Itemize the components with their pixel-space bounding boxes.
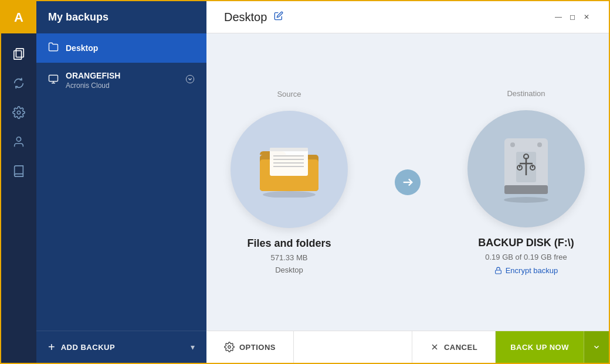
svg-rect-30 — [504, 185, 548, 194]
svg-point-8 — [263, 191, 316, 198]
footer-spacer — [294, 331, 412, 363]
arrow-circle — [395, 169, 421, 195]
sidebar-item-desktop[interactable]: Desktop — [36, 33, 206, 63]
source-label: Source — [277, 90, 301, 98]
rail-icon-sync[interactable] — [1, 69, 36, 98]
sidebar-item-desktop-label: Desktop — [66, 43, 98, 53]
content-footer: OPTIONS CANCEL BACK UP NOW — [206, 331, 609, 363]
source-section: Source — [231, 90, 348, 274]
sidebar-item-orangefish-sub: ORANGEFISH Acronis Cloud — [66, 71, 120, 90]
sidebar-item-orangefish-label: ORANGEFISH — [66, 71, 120, 80]
rail-icon-tools[interactable] — [1, 98, 36, 127]
svg-rect-4 — [49, 75, 58, 81]
close-button[interactable]: ✕ — [582, 12, 591, 22]
source-circle[interactable] — [231, 111, 348, 228]
icon-rail: A — [1, 1, 36, 363]
monitor-icon — [48, 74, 59, 87]
options-button[interactable]: OPTIONS — [206, 331, 294, 363]
sidebar-add-backup[interactable]: + ADD BACKUP ▾ — [36, 331, 206, 363]
dropdown-arrow-icon: ▾ — [191, 342, 195, 352]
svg-rect-31 — [495, 270, 501, 274]
destination-section: Destination — [467, 89, 585, 275]
options-label: OPTIONS — [239, 343, 276, 352]
svg-rect-12 — [270, 148, 308, 151]
plus-icon: + — [48, 341, 55, 354]
sidebar-header: My backups — [36, 1, 206, 33]
destination-name: BACKUP DISK (F:\) — [478, 237, 574, 249]
svg-point-3 — [16, 137, 21, 141]
sidebar-item-orangefish-subtitle: Acronis Cloud — [66, 81, 120, 90]
svg-point-21 — [537, 142, 542, 147]
rail-icon-account[interactable] — [1, 127, 36, 157]
destination-label: Destination — [507, 89, 545, 98]
sidebar-items: Desktop ORANGEFISH Acronis Cloud — [36, 33, 206, 331]
app-logo: A — [1, 1, 36, 33]
destination-size: 0.19 GB of 0.19 GB free — [485, 253, 567, 261]
chevron-down-icon — [185, 74, 195, 86]
backup-content: Source — [206, 33, 609, 331]
svg-point-18 — [504, 197, 548, 203]
restore-button[interactable]: ◻ — [568, 12, 577, 22]
folder-icon — [48, 42, 59, 55]
encrypt-link[interactable]: Encrypt backup — [494, 266, 558, 275]
svg-point-7 — [186, 75, 194, 83]
content-area: Desktop — ◻ ✕ Source — [206, 1, 609, 363]
svg-rect-0 — [14, 51, 22, 60]
main-layout: A — [1, 1, 609, 363]
source-size: 571.33 MB — [271, 253, 308, 262]
source-name: Files and folders — [247, 237, 331, 250]
window-controls: — ◻ ✕ — [554, 12, 591, 22]
destination-circle[interactable] — [467, 110, 585, 227]
source-sub: Desktop — [275, 266, 303, 274]
cancel-label: CANCEL — [444, 343, 477, 352]
page-title: Desktop — [224, 11, 267, 24]
content-header: Desktop — ◻ ✕ — [206, 1, 609, 33]
backup-now-button[interactable]: BACK UP NOW — [496, 331, 584, 363]
svg-point-32 — [228, 346, 231, 349]
backup-now-dropdown-button[interactable] — [584, 331, 609, 363]
svg-point-2 — [17, 111, 21, 114]
svg-rect-1 — [16, 49, 23, 57]
edit-icon[interactable] — [274, 11, 283, 23]
svg-point-20 — [510, 142, 515, 147]
sidebar-item-orangefish[interactable]: ORANGEFISH Acronis Cloud — [36, 63, 206, 98]
rail-items — [1, 33, 36, 363]
add-backup-label: ADD BACKUP — [61, 343, 115, 352]
encrypt-label: Encrypt backup — [506, 266, 558, 275]
svg-rect-11 — [270, 148, 308, 176]
app-container: A — [0, 0, 610, 364]
minimize-button[interactable]: — — [554, 12, 563, 22]
rail-icon-backups[interactable] — [1, 39, 36, 69]
backup-now-label: BACK UP NOW — [510, 343, 569, 352]
rail-icon-book[interactable] — [1, 157, 36, 186]
sidebar: My backups Desktop — [36, 1, 206, 363]
cancel-button[interactable]: CANCEL — [412, 331, 496, 363]
